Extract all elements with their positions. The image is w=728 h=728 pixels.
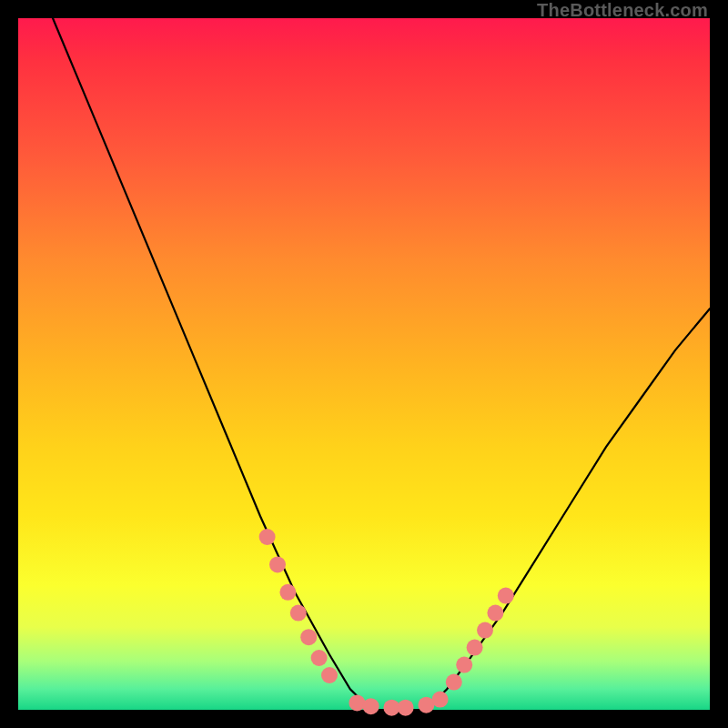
highlight-dot xyxy=(259,529,276,545)
curve-group xyxy=(53,18,710,710)
highlight-dot xyxy=(349,694,365,711)
highlight-dot xyxy=(321,667,338,683)
highlight-dot xyxy=(456,657,472,673)
highlight-dot xyxy=(477,622,493,639)
highlight-dot xyxy=(279,584,296,601)
highlight-dot xyxy=(269,556,286,572)
bottleneck-curve xyxy=(53,18,710,710)
highlight-dot xyxy=(432,692,449,708)
highlight-dot xyxy=(467,640,483,656)
chart-frame: TheBottleneck.com xyxy=(0,0,728,728)
highlight-dot xyxy=(487,605,503,622)
highlight-dot xyxy=(498,588,514,604)
highlight-dot xyxy=(311,650,328,666)
highlight-dot xyxy=(300,629,317,645)
highlight-dot xyxy=(363,698,379,714)
highlight-dot xyxy=(398,700,414,716)
chart-svg xyxy=(18,18,710,710)
highlight-dots xyxy=(259,529,514,716)
highlight-dot xyxy=(290,605,307,622)
highlight-dot xyxy=(446,674,462,691)
